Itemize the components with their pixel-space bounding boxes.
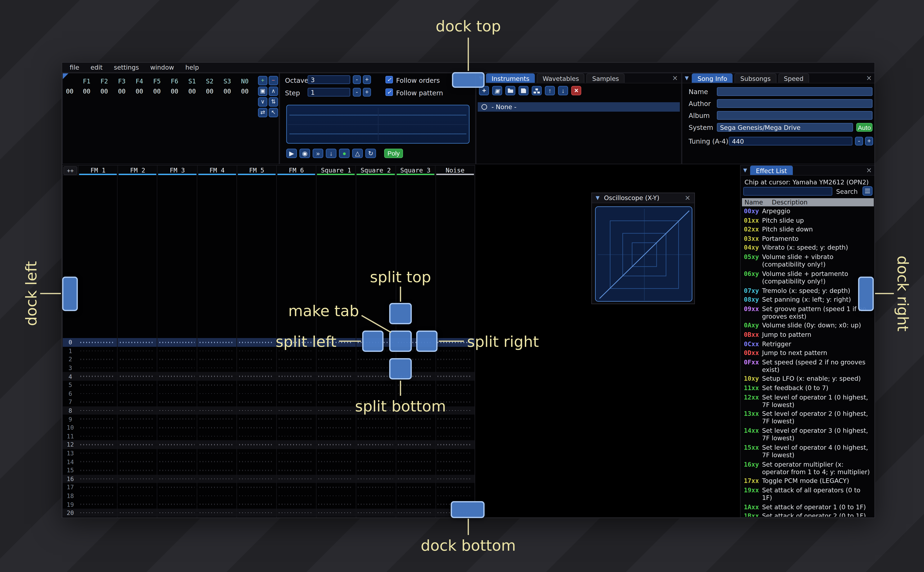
effect-list-tab[interactable]: Effect List: [750, 166, 792, 175]
pattern-cell[interactable]: [276, 466, 316, 474]
effect-row[interactable]: 16xy Set operator multiplier (x: operato…: [742, 460, 874, 477]
pattern-cell[interactable]: [355, 440, 395, 449]
pattern-cell[interactable]: [355, 509, 395, 517]
pattern-cell[interactable]: [355, 406, 395, 415]
split-left-target[interactable]: [362, 331, 383, 352]
pattern-cell[interactable]: [316, 389, 356, 398]
order-cell[interactable]: 00: [78, 88, 95, 95]
pattern-cell[interactable]: [237, 449, 276, 457]
channel-header[interactable]: Square 3: [395, 166, 435, 175]
pattern-row[interactable]: 14: [63, 457, 475, 466]
transport-button[interactable]: ●: [339, 149, 350, 158]
pattern-cell[interactable]: [355, 398, 395, 406]
tuning-increment-button[interactable]: +: [865, 137, 873, 146]
pattern-cell[interactable]: [316, 491, 356, 500]
order-cell[interactable]: 00: [148, 88, 166, 95]
pattern-cell[interactable]: [197, 509, 237, 517]
pattern-rows[interactable]: 0 1 2 3: [63, 338, 475, 518]
effect-row[interactable]: 05xy Volume slide + vibrato (compatibili…: [742, 253, 874, 269]
order-cell[interactable]: 00: [201, 88, 218, 95]
pattern-cell[interactable]: [316, 500, 356, 509]
pattern-cell[interactable]: [157, 389, 197, 398]
pattern-cell[interactable]: [197, 457, 237, 466]
pattern-cell[interactable]: [435, 474, 475, 483]
pattern-cell[interactable]: [237, 483, 276, 491]
pattern-cell[interactable]: [237, 389, 276, 398]
pattern-row[interactable]: 17: [63, 483, 475, 491]
pattern-cell[interactable]: [197, 338, 237, 347]
pattern-cell[interactable]: [197, 381, 237, 389]
pattern-cell[interactable]: [395, 509, 435, 517]
pattern-cell[interactable]: [157, 423, 197, 432]
effect-row[interactable]: 06xy Volume slide + portamento (compatib…: [742, 269, 874, 286]
tuning-field[interactable]: [729, 137, 852, 146]
pattern-cell[interactable]: [78, 389, 118, 398]
pattern-cell[interactable]: [237, 338, 276, 347]
pattern-cell[interactable]: [78, 423, 118, 432]
pattern-row[interactable]: 10: [63, 423, 475, 432]
pattern-cell[interactable]: [157, 483, 197, 491]
pattern-cell[interactable]: [395, 474, 435, 483]
pattern-cell[interactable]: [118, 474, 157, 483]
octave-input[interactable]: 3: [308, 75, 350, 84]
pattern-cell[interactable]: [237, 466, 276, 474]
pattern-cell[interactable]: [197, 474, 237, 483]
pattern-cell[interactable]: [316, 509, 356, 517]
collapse-arrow-icon[interactable]: ▼: [685, 75, 689, 81]
order-toolbar-button[interactable]: ⇄: [258, 108, 267, 117]
pattern-cell[interactable]: [435, 364, 475, 372]
pattern-cell[interactable]: [276, 347, 316, 355]
pattern-cell[interactable]: [316, 381, 356, 389]
pattern-cell[interactable]: [237, 500, 276, 509]
pattern-cell[interactable]: [395, 500, 435, 509]
channel-header[interactable]: FM 5: [237, 166, 276, 175]
close-icon[interactable]: ×: [866, 167, 872, 174]
expand-channels-button[interactable]: ++: [63, 166, 77, 175]
pattern-cell[interactable]: [276, 355, 316, 364]
pattern-cell[interactable]: [78, 338, 118, 347]
pattern-cell[interactable]: [355, 449, 395, 457]
pattern-cell[interactable]: [118, 457, 157, 466]
pattern-cell[interactable]: [395, 415, 435, 423]
pattern-cell[interactable]: [197, 398, 237, 406]
dock-right-target[interactable]: [858, 277, 874, 311]
pattern-row[interactable]: 4: [63, 372, 475, 381]
author-field[interactable]: [717, 99, 873, 108]
pattern-cell[interactable]: [157, 406, 197, 415]
octave-increment-button[interactable]: +: [363, 75, 371, 84]
order-cell[interactable]: 00: [113, 88, 131, 95]
pattern-cell[interactable]: [237, 517, 276, 518]
transport-button[interactable]: »: [313, 149, 323, 158]
pattern-cell[interactable]: [435, 389, 475, 398]
pattern-cell[interactable]: [435, 483, 475, 491]
pattern-cell[interactable]: [118, 406, 157, 415]
pattern-cell[interactable]: [355, 500, 395, 509]
pattern-cell[interactable]: [435, 406, 475, 415]
order-cell[interactable]: 00: [218, 88, 236, 95]
pattern-cell[interactable]: [395, 483, 435, 491]
pattern-cell[interactable]: [157, 509, 197, 517]
pattern-cell[interactable]: [435, 466, 475, 474]
pattern-cell[interactable]: [78, 415, 118, 423]
order-cell[interactable]: 00: [183, 88, 201, 95]
pattern-cell[interactable]: [276, 381, 316, 389]
order-toolbar-button[interactable]: ↖: [269, 108, 278, 117]
effect-row[interactable]: 14xx Set level of operator 3 (0 highest,…: [742, 426, 874, 443]
pattern-cell[interactable]: [78, 406, 118, 415]
order-toolbar-button[interactable]: ⇅: [269, 97, 278, 107]
pattern-cell[interactable]: [435, 440, 475, 449]
pattern-cell[interactable]: [276, 500, 316, 509]
pattern-cell[interactable]: [78, 466, 118, 474]
pattern-cell[interactable]: [435, 347, 475, 355]
pattern-cell[interactable]: [316, 423, 356, 432]
pattern-row[interactable]: 9: [63, 415, 475, 423]
pattern-cell[interactable]: [355, 466, 395, 474]
pattern-cell[interactable]: [276, 415, 316, 423]
pattern-cell[interactable]: [395, 491, 435, 500]
pattern-row[interactable]: 2: [63, 355, 475, 364]
pattern-cell[interactable]: [157, 338, 197, 347]
pattern-cell[interactable]: [197, 406, 237, 415]
close-icon[interactable]: ×: [672, 75, 678, 82]
channel-header[interactable]: FM 6: [276, 166, 316, 175]
order-cell[interactable]: 00: [236, 88, 254, 95]
